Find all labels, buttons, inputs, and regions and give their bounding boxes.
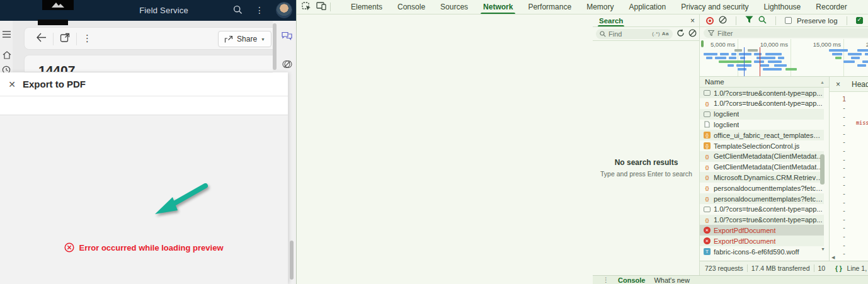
response-tab-headers[interactable]: Headers	[845, 77, 868, 91]
request-row[interactable]: ✕ExportPdfDocument	[700, 236, 824, 246]
waterfall-bar	[865, 53, 868, 55]
find-placeholder: Find	[608, 30, 622, 38]
request-row[interactable]: {}office_ui_fabric_react_templatesele...	[700, 130, 824, 140]
request-row[interactable]: {}1.0/?cors=true&content-type=app...	[700, 98, 824, 109]
waterfall-bar	[719, 60, 751, 63]
annotation-arrow-left	[150, 178, 213, 220]
request-row[interactable]: {}personaldocumenttemplates?fetch...	[700, 193, 824, 204]
pdf-preview-area: Error occurred while loading preview	[0, 115, 288, 284]
close-icon[interactable]: ×	[690, 16, 695, 25]
tab-privacy-and-security[interactable]: Privacy and security	[673, 0, 756, 14]
tab-search[interactable]: Search	[593, 14, 629, 26]
search-panel: Search × Find (.*) Aa No search results …	[593, 14, 700, 275]
request-row[interactable]: logclient	[700, 109, 824, 120]
divider	[330, 3, 331, 11]
disable-cache-checkbox[interactable]	[856, 17, 863, 24]
request-row[interactable]: Tfabric-icons-6-ef6fd590.woff	[700, 246, 824, 257]
request-list-header[interactable]: Name ▲	[700, 77, 829, 88]
request-list: Name ▲ 1.0/?cors=true&content-type=app..…	[700, 77, 829, 261]
timeline-handle[interactable]	[701, 40, 704, 47]
record-header-card: 14407	[24, 55, 278, 72]
wrap-marker: -	[842, 199, 846, 206]
device-toolbar-icon[interactable]	[316, 2, 326, 12]
record-button[interactable]	[706, 17, 714, 25]
request-row[interactable]: 1.0/?cors=true&content-type=app...	[700, 88, 824, 98]
share-button[interactable]: Share ▼	[218, 31, 271, 47]
sort-arrow-icon[interactable]: ▲	[820, 80, 825, 84]
dialog-titlebar: ✕ Export to PDF	[0, 72, 288, 96]
waterfall-bar	[729, 57, 736, 59]
request-row[interactable]: {}GetClientMetadata(ClientMetadata...	[700, 151, 824, 162]
request-row[interactable]: {}personaldocumenttemplates?fetch...	[700, 183, 824, 193]
tab-elements[interactable]: Elements	[343, 0, 390, 14]
preserve-log-checkbox[interactable]	[785, 17, 792, 24]
waterfall-bar	[728, 64, 734, 67]
network-search-icon[interactable]	[758, 16, 767, 26]
drawer-tab-console[interactable]: Console	[618, 276, 645, 284]
request-row[interactable]: {}TemplateSelectionControl.js	[700, 140, 824, 151]
tab-console[interactable]: Console	[390, 0, 433, 14]
request-row[interactable]: {}GetClientMetadata(ClientMetadata...	[700, 162, 824, 173]
search-icon	[600, 31, 606, 37]
app-scrollbar[interactable]	[273, 23, 277, 70]
more-options-icon[interactable]: ⋮	[255, 4, 264, 16]
tab-sources[interactable]: Sources	[433, 0, 476, 14]
clear-network-log-icon[interactable]	[719, 16, 727, 26]
tab-performance[interactable]: Performance	[520, 0, 579, 14]
search-icon[interactable]	[233, 5, 243, 17]
wrap-marker: -	[842, 122, 846, 128]
request-row[interactable]: {}1.0/?cors=true&content-type=app...	[700, 215, 824, 225]
waterfall-bar	[843, 60, 855, 63]
request-row[interactable]: 1.0/?cors=true&content-type=app...	[700, 204, 824, 215]
divider	[736, 16, 736, 25]
inspect-element-icon[interactable]	[302, 2, 311, 13]
request-count: 723 requests	[705, 264, 743, 272]
error-request-icon: ✕	[704, 237, 711, 244]
filter-funnel-icon[interactable]	[745, 16, 753, 25]
request-row[interactable]: ✕ExportPdfDocument	[700, 225, 824, 236]
tab-lighthouse[interactable]: Lighthouse	[757, 0, 809, 14]
dialog-scrollbar[interactable]	[290, 241, 294, 280]
wrap-marker: -	[842, 130, 846, 137]
xhr-request-icon: {}	[704, 100, 711, 107]
drawer-tab-what-s-new[interactable]: What's new	[654, 276, 690, 284]
home-icon[interactable]	[3, 50, 11, 62]
tab-application[interactable]: Application	[621, 0, 673, 14]
waterfall-bar	[763, 68, 782, 71]
wrap-marker: -	[842, 105, 846, 111]
divider	[775, 16, 776, 25]
hamburger-menu-icon[interactable]	[3, 29, 11, 40]
close-icon[interactable]: ×	[836, 80, 840, 89]
request-row[interactable]: logclient	[700, 119, 824, 130]
search-input[interactable]: Find (.*) Aa	[596, 29, 673, 39]
font-request-icon: T	[704, 248, 711, 255]
tab-memory[interactable]: Memory	[579, 0, 621, 14]
copilot-icon[interactable]	[282, 59, 292, 72]
command-kebab-icon[interactable]: ⋮	[83, 33, 92, 44]
xhr-request-icon: {}	[704, 153, 711, 160]
drawer-kebab-icon[interactable]: ⋮	[603, 276, 609, 283]
share-label: Share	[237, 35, 257, 43]
preview-error-message: Error occurred while loading preview	[0, 242, 288, 253]
request-list-scrollbar[interactable]	[820, 154, 825, 185]
open-in-new-window-icon[interactable]	[60, 33, 70, 45]
tab-network[interactable]: Network	[476, 0, 520, 14]
filter-input[interactable]: Filter	[704, 28, 868, 38]
devtools-tabs: ElementsConsoleSourcesNetworkPerformance…	[343, 0, 855, 14]
request-row[interactable]: {}Microsoft.Dynamics.CRM.Retrieve...	[700, 172, 824, 183]
find-flags[interactable]: (.*) Aa	[652, 31, 669, 37]
network-overview-timeline[interactable]: 5,000 ms10,000 ms15,000 ms20,000 ms25,00…	[700, 39, 868, 77]
avatar[interactable]	[276, 2, 292, 18]
chat-icon[interactable]	[282, 31, 292, 43]
request-name: 1.0/?cors=true&content-type=app...	[714, 205, 822, 213]
clear-icon[interactable]	[688, 29, 697, 39]
tab-recorder[interactable]: Recorder	[808, 0, 854, 14]
refresh-icon[interactable]	[677, 29, 685, 39]
cursor-position: Line 1, Column 166	[847, 264, 868, 272]
scroll-left-icon[interactable]: ◀	[831, 255, 835, 260]
back-arrow-icon[interactable]	[36, 33, 47, 45]
scroll-down-icon[interactable]: ▼	[821, 247, 825, 251]
response-hscrollbar[interactable]: ◀	[830, 254, 868, 261]
request-name: office_ui_fabric_react_templatesele...	[714, 132, 824, 139]
close-icon[interactable]: ✕	[6, 79, 18, 90]
